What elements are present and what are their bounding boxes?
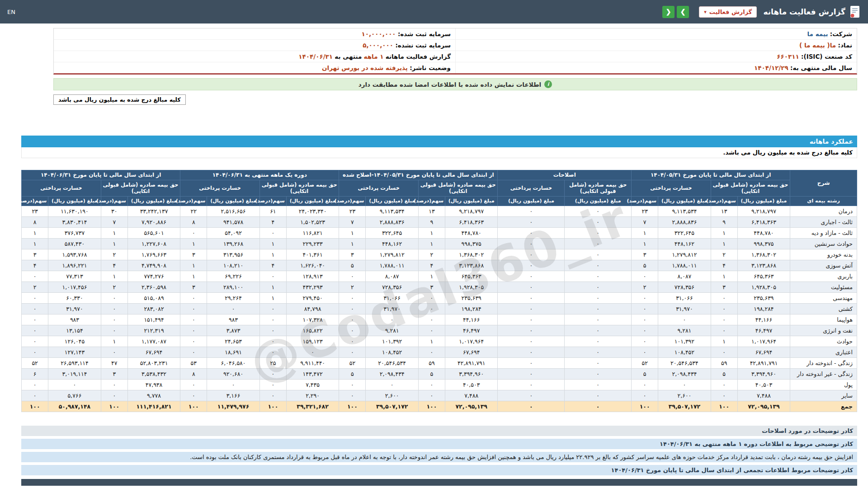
page-title: گزارش فعالیت ماهانه xyxy=(763,7,845,16)
cell-value: ۱,۷۸۸,۰۱۱ xyxy=(658,260,711,271)
units-note-line: کلیه مبالغ درج شده به میلیون ریال می باش… xyxy=(21,147,857,158)
cell-value: ۳,۰۱۹,۱۱۴ xyxy=(48,368,101,379)
cell-value: ۳ xyxy=(180,249,207,260)
cell-value: ۶۷,۶۹۴ xyxy=(445,347,498,357)
cell-value: ۰ xyxy=(22,336,48,347)
insurance-line-label: باربری xyxy=(790,271,857,282)
cell-value: ۰ xyxy=(101,390,127,401)
subheader-claims: خسارت پرداختی xyxy=(22,180,101,197)
cell-value: ۱۳ xyxy=(418,206,445,216)
report-period-value: ۱ ماهه xyxy=(364,53,384,60)
cell-value: ۹۲۰,۶۸۰ xyxy=(207,368,259,379)
insurance-line-label: سایر xyxy=(790,390,857,401)
cell-value: ۱۰۰ xyxy=(711,401,737,412)
cell-value: ۳۹,۵۰۷,۱۷۲ xyxy=(366,401,418,412)
cell-value: ۴ xyxy=(259,216,286,227)
cell-value: ۲۳ xyxy=(632,206,658,216)
cell-value: ۳۱,۹۷۰ xyxy=(48,303,101,314)
cell-value: ۰ xyxy=(711,347,737,357)
col-header-line: رشته بیمه ای xyxy=(790,196,857,206)
report-icon xyxy=(849,5,861,19)
cell-value: ۴۴۸,۷۸۰ xyxy=(737,227,790,238)
cell-value: ۰ xyxy=(101,292,127,303)
cell-value: ۲۲۹,۲۳۳ xyxy=(286,238,339,249)
insurance-line-label: درمان xyxy=(790,206,857,216)
cell-value: ۵۸۷,۴۳۰ xyxy=(48,238,101,249)
cell-value: ۷,۴۳۵ xyxy=(286,379,339,390)
cell-value: ۰ xyxy=(22,292,48,303)
table-row: حوادث سرنشین۹۹۸,۳۷۵۱۴۴۸,۱۶۲۱۰۰۹۹۸,۳۷۵۱۴۴… xyxy=(22,238,857,249)
leaf-share: سهم(درصد) xyxy=(711,196,737,206)
cell-value: ۳,۳۹۴,۹۶۰ xyxy=(737,368,790,379)
cell-value: ۰ xyxy=(565,282,632,292)
cell-value: ۰ xyxy=(632,390,658,401)
cell-value: ۰ xyxy=(259,379,286,390)
report-type-dropdown[interactable]: گزارش فعالیت ▾ xyxy=(699,6,757,18)
cell-value: ۱ xyxy=(180,260,207,271)
insurance-line-label: حوادث سرنشین xyxy=(790,238,857,249)
cell-value: ۰ xyxy=(565,292,632,303)
cell-value: ۱ xyxy=(711,271,737,282)
insurance-line-label: نفت و انرژی xyxy=(790,325,857,336)
cell-value: ۰ xyxy=(565,206,632,216)
cell-value: ۲۳۵,۶۳۹ xyxy=(445,292,498,303)
cell-value: ۶۴۵,۳۶۳ xyxy=(737,271,790,282)
cell-value: ۱۲۷,۱۴۳ xyxy=(48,347,101,357)
period-note-title-bar: کادر توضیحی مربوط به اطلاعات دوره ۱ ماهه… xyxy=(21,439,857,449)
cell-value: ۱۵۹,۱۲۳ xyxy=(286,336,339,347)
cell-value: ۲۸۳,۰۸۲ xyxy=(127,303,180,314)
cell-value: ۲ xyxy=(711,249,737,260)
cell-value: ۱,۲۷۹,۸۱۲ xyxy=(366,249,418,260)
cell-value: ۱ xyxy=(22,238,48,249)
cell-value: ۲,۸۸۸,۸۳۶ xyxy=(366,216,418,227)
cell-value: ۴۶,۴۹۷ xyxy=(737,325,790,336)
cell-value: ۰ xyxy=(565,238,632,249)
insurance-line-label: پول xyxy=(790,379,857,390)
cell-value: ۴۰۱,۳۶۱ xyxy=(286,249,339,260)
insurance-line-label: هواپیما xyxy=(790,314,857,325)
cell-value: ۵ xyxy=(632,260,658,271)
cell-value: ۴۲,۸۹۱,۷۹۱ xyxy=(737,357,790,368)
cell-value: ۴۴,۱۶۶ xyxy=(737,314,790,325)
nav-back-button[interactable]: ❮ xyxy=(662,6,675,18)
table-row: هواپیما۴۴,۱۶۶۰۰۰۰۰۴۴,۱۶۶۰۰۰۱۰۷,۳۲۸۰۹۸۳۰۱… xyxy=(22,314,857,325)
cell-value: ۳۱۳,۹۵۶ xyxy=(207,249,259,260)
cell-value: ۳,۸۷۳ xyxy=(207,325,259,336)
table-row: درمان۹,۲۱۸,۷۹۷۱۳۹,۱۱۳,۵۳۴۲۳۰۰۹,۲۱۸,۷۹۷۱۳… xyxy=(22,206,857,216)
cell-value: ۳ xyxy=(418,282,445,292)
nav-forward-button[interactable]: ❯ xyxy=(677,6,689,18)
symbol-label: نماد: xyxy=(838,42,852,49)
cell-value: ۰ xyxy=(22,347,48,357)
cell-value: ۷ xyxy=(339,216,366,227)
col-group-ytd-prev: از ابتدای سال مالی تا پایان مورخ ۱۴۰۴/۰۵… xyxy=(632,170,790,180)
cell-value: ۹,۲۱۸,۷۹۷ xyxy=(445,206,498,216)
company-name-link[interactable]: بیمه ما xyxy=(807,30,828,38)
cell-value: ۲۷۹,۴۵۰ xyxy=(286,292,339,303)
cell-value: ۱۰۱,۳۹۲ xyxy=(366,336,418,347)
cell-value: ۰ xyxy=(565,249,632,260)
cell-value: ۰ xyxy=(22,390,48,401)
cell-value: ۰ xyxy=(658,379,711,390)
isic-label: کد صنعت (ISIC): xyxy=(801,53,852,60)
cell-value: ۴,۷۴۹,۹۰۸ xyxy=(127,260,180,271)
cell-value: ۱,۱۷۷,۰۸۷ xyxy=(127,336,180,347)
cell-value: ۰ xyxy=(286,347,339,357)
cell-value: ۸ xyxy=(180,368,207,379)
cell-value: ۱۱,۶۳۰,۱۹۰ xyxy=(48,206,101,216)
cell-value: ۰ xyxy=(48,379,101,390)
cell-value: ۴۴,۱۶۶ xyxy=(445,314,498,325)
cell-value: ۰ xyxy=(180,227,207,238)
cell-value: ۳,۱۲۳,۸۶۸ xyxy=(445,260,498,271)
cell-value: ۰ xyxy=(418,325,445,336)
registered-capital-label: سرمایه ثبت شده: xyxy=(398,30,451,38)
cell-value: ۰ xyxy=(565,260,632,271)
insurance-line-label: ثالث - مازاد و دیه xyxy=(790,227,857,238)
cell-value: ۵ xyxy=(339,260,366,271)
signed-data-notice-text: اطلاعات نمایش داده شده با اطلاعات امضا ش… xyxy=(359,81,542,88)
cell-value: ۱۶۵,۸۲۲ xyxy=(286,325,339,336)
cell-value: ۰ xyxy=(498,206,565,216)
cell-value: ۸۴,۷۹۸ xyxy=(286,303,339,314)
info-report-period: گزارش فعالیت ماهانه ۱ ماهه منتهی به ۱۴۰۴… xyxy=(54,51,455,62)
language-toggle[interactable]: EN xyxy=(7,9,15,15)
cell-value: ۹,۱۱۳,۵۳۴ xyxy=(658,206,711,216)
